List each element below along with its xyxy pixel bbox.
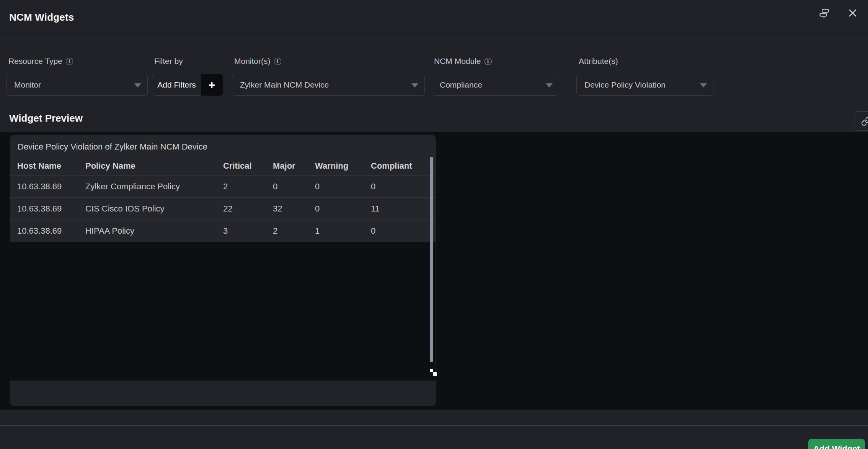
close-button[interactable]: [845, 5, 860, 21]
widget-table-block: Device Policy Violation of Zylker Main N…: [10, 135, 436, 242]
resize-grip[interactable]: [429, 369, 438, 378]
widget-scrollbar[interactable]: [430, 157, 433, 362]
cell-host-name: 10.63.38.69: [17, 226, 85, 236]
ncm-module-value: Compliance: [440, 80, 482, 89]
footer-divider: [0, 425, 868, 426]
dialog-header: NCM Widgets: [0, 0, 868, 39]
cell-policy-name: HIPAA Policy: [85, 226, 223, 236]
attributes-label-row: Attribute(s): [579, 57, 618, 66]
col-warning: Warning: [315, 161, 371, 171]
ncm-module-dropdown[interactable]: Compliance: [432, 74, 559, 96]
dialog-footer: Add Widget: [0, 410, 868, 449]
plus-icon[interactable]: +: [201, 74, 223, 96]
col-policy-name: Policy Name: [85, 161, 223, 171]
widget-footer-bar: [10, 381, 436, 406]
monitors-dropdown[interactable]: Zylker Main NCM Device: [232, 74, 425, 96]
table-row: 10.63.38.69 Zylker Compliance Policy 2 0…: [10, 175, 436, 197]
copy-link-button[interactable]: [855, 111, 868, 131]
info-icon[interactable]: i: [66, 58, 73, 65]
widget-preview-heading: Widget Preview: [9, 112, 83, 124]
filter-by-group: Filter by Add Filters +: [152, 53, 223, 99]
add-widget-button[interactable]: Add Widget: [808, 439, 865, 449]
col-critical: Critical: [223, 161, 273, 171]
resource-type-dropdown[interactable]: Monitor: [6, 74, 148, 96]
col-compliant: Compliant: [371, 161, 436, 171]
filter-resource-type: Resource Type i Monitor: [6, 53, 148, 99]
table-row: 10.63.38.69 HIPAA Policy 3 2 1 0: [10, 220, 436, 242]
signpost-button[interactable]: [817, 6, 832, 21]
close-icon: [847, 7, 859, 19]
cell-host-name: 10.63.38.69: [17, 182, 85, 192]
filter-monitors: Monitor(s) i Zylker Main NCM Device: [232, 53, 425, 99]
attributes-dropdown[interactable]: Device Policy Violation: [576, 74, 713, 96]
attributes-value: Device Policy Violation: [584, 80, 666, 89]
filter-by-label: Filter by: [154, 57, 183, 66]
widget-title: Device Policy Violation of Zylker Main N…: [10, 135, 436, 157]
resource-type-label: Resource Type: [8, 57, 62, 66]
chevron-down-icon: [134, 83, 141, 88]
filter-ncm-module: NCM Module i Compliance: [432, 53, 559, 99]
cell-host-name: 10.63.38.69: [17, 204, 85, 214]
ncm-module-label-row: NCM Module i: [434, 57, 492, 66]
chevron-down-icon: [546, 83, 553, 88]
cell-compliant: 0: [371, 226, 436, 236]
cell-compliant: 0: [371, 182, 436, 192]
cell-major: 2: [273, 226, 315, 236]
monitors-label-row: Monitor(s) i: [234, 57, 281, 66]
monitors-value: Zylker Main NCM Device: [240, 80, 329, 89]
add-filters-control: Add Filters +: [152, 74, 223, 96]
cell-policy-name: Zylker Compliance Policy: [85, 182, 223, 192]
col-major: Major: [273, 161, 315, 171]
cell-warning: 0: [315, 182, 371, 192]
cell-warning: 1: [315, 226, 371, 236]
table-row: 10.63.38.69 CIS Cisco IOS Policy 22 32 0…: [10, 197, 436, 220]
chevron-down-icon: [411, 83, 418, 88]
filter-by-label-row: Filter by: [154, 57, 183, 66]
cell-warning: 0: [315, 204, 371, 214]
col-host-name: Host Name: [17, 161, 85, 171]
info-icon[interactable]: i: [274, 58, 281, 65]
ncm-widgets-dialog: NCM Widgets Resource Type i: [0, 0, 868, 449]
resize-grip-square: [433, 372, 437, 376]
filter-attributes: Attribute(s) Device Policy Violation: [576, 53, 713, 99]
add-filters-button[interactable]: Add Filters: [152, 74, 201, 96]
signpost-icon: [818, 8, 830, 20]
widget-card: Device Policy Violation of Zylker Main N…: [10, 135, 436, 406]
cell-critical: 3: [223, 226, 273, 236]
ncm-module-label: NCM Module: [434, 57, 481, 66]
attributes-label: Attribute(s): [579, 57, 618, 66]
cell-critical: 22: [223, 204, 273, 214]
info-icon[interactable]: i: [485, 58, 492, 65]
cell-critical: 2: [223, 182, 273, 192]
cell-policy-name: CIS Cisco IOS Policy: [85, 204, 223, 214]
cell-major: 0: [273, 182, 315, 192]
widget-preview-panel: Device Policy Violation of Zylker Main N…: [0, 132, 868, 410]
table-header-row: Host Name Policy Name Critical Major War…: [10, 157, 436, 175]
cell-major: 32: [273, 204, 315, 214]
page-title: NCM Widgets: [9, 11, 74, 23]
resource-type-value: Monitor: [14, 80, 41, 89]
resource-type-label-row: Resource Type i: [8, 57, 73, 66]
chevron-down-icon: [700, 83, 707, 88]
link-icon: [861, 116, 868, 126]
monitors-label: Monitor(s): [234, 57, 271, 66]
cell-compliant: 11: [371, 204, 436, 214]
